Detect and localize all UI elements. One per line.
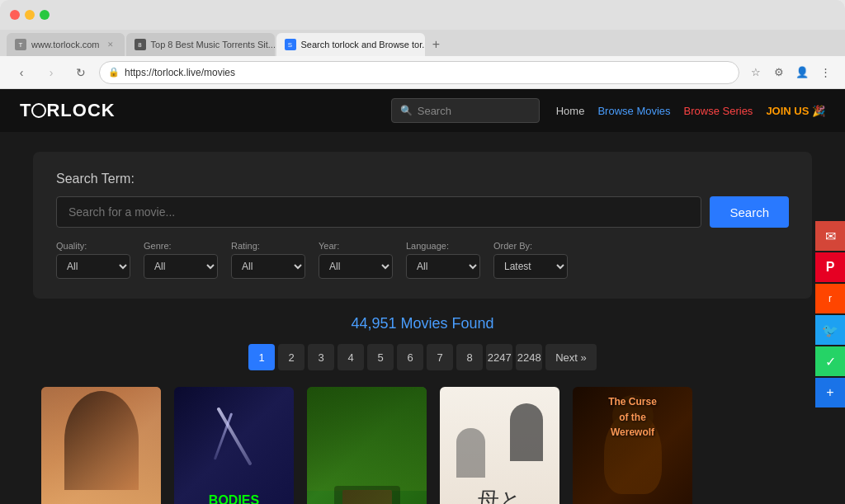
search-section: Search Term: Search Quality: All Genre:	[33, 152, 812, 299]
tabs-bar: T www.torlock.com ✕ 8 Top 8 Best Music T…	[0, 30, 845, 56]
header-search-icon: 🔍	[400, 105, 413, 116]
address-text: https://torlock.live/movies	[125, 67, 235, 78]
bookmark-icon[interactable]: ☆	[746, 63, 766, 82]
site-logo: TRLOCK	[20, 100, 116, 121]
movies-grid: After Ever Happy BODIESBODIESBODIES	[33, 387, 812, 504]
page-btn-5[interactable]: 5	[367, 344, 394, 370]
header-search-input[interactable]	[418, 105, 531, 117]
refresh-button[interactable]: ↻	[69, 61, 92, 84]
new-tab-button[interactable]: +	[427, 35, 446, 54]
profile-icon[interactable]: 👤	[792, 63, 812, 82]
language-filter-group: Language: All	[406, 241, 480, 279]
language-label: Language:	[406, 241, 480, 251]
forward-button[interactable]: ›	[40, 61, 63, 84]
browser-tab-0[interactable]: T www.torlock.com ✕	[7, 33, 125, 56]
movie-title-bodies: BODIESBODIESBODIES	[209, 492, 259, 504]
header-search-box[interactable]: 🔍	[391, 98, 540, 123]
tab-label-0: www.torlock.com	[31, 40, 100, 49]
share-more-button[interactable]: +	[815, 378, 845, 407]
page-btn-2[interactable]: 2	[278, 344, 304, 370]
search-button[interactable]: Search	[710, 196, 789, 228]
page-btn-1[interactable]: 1	[248, 344, 275, 370]
quality-filter-group: Quality: All	[56, 241, 130, 279]
share-sidebar: ✉ P r 🐦 ✓ +	[815, 221, 845, 407]
browser-window: T www.torlock.com ✕ 8 Top 8 Best Music T…	[0, 0, 845, 504]
more-share-icon: +	[826, 385, 833, 400]
share-reddit-button[interactable]: r	[815, 284, 845, 313]
quality-select[interactable]: All	[56, 254, 130, 279]
nav-bar: ‹ › ↻ 🔒 https://torlock.live/movies ☆ ⚙ …	[0, 56, 845, 89]
share-pinterest-button[interactable]: P	[815, 252, 845, 282]
site-content: TRLOCK 🔍 Home Browse Movies Browse Serie…	[0, 89, 845, 504]
traffic-lights	[10, 10, 50, 20]
logo-o	[31, 103, 46, 118]
genre-label: Genre:	[144, 241, 218, 251]
movie-card-bodies-bodies-bodies[interactable]: BODIESBODIESBODIES	[174, 387, 294, 504]
tab-favicon-2: S	[285, 39, 296, 50]
close-button[interactable]	[10, 10, 20, 20]
minimize-button[interactable]	[25, 10, 35, 20]
filters-row: Quality: All Genre: All Rating:	[56, 241, 789, 279]
share-twitter-button[interactable]: 🐦	[815, 315, 845, 345]
year-select[interactable]: All	[319, 254, 393, 279]
maximize-button[interactable]	[40, 10, 50, 20]
tab-label-2: Search torlock and Browse tor...	[301, 40, 425, 49]
movie-card-japanese[interactable]: 母と暮せば	[440, 387, 559, 504]
year-filter-group: Year: All	[319, 241, 393, 279]
order-by-select[interactable]: Latest	[493, 254, 568, 279]
rating-label: Rating:	[231, 241, 305, 251]
year-label: Year:	[319, 241, 393, 251]
language-select[interactable]: All	[406, 254, 480, 279]
menu-icon[interactable]: ⋮	[815, 63, 835, 82]
tab-favicon-0: T	[15, 39, 26, 50]
page-btn-8[interactable]: 8	[456, 344, 483, 370]
share-email-button[interactable]: ✉	[815, 221, 845, 251]
tab-favicon-1: 8	[135, 39, 146, 50]
next-page-button[interactable]: Next »	[545, 344, 597, 370]
nav-home-link[interactable]: Home	[556, 105, 585, 117]
browser-nav-icons: ☆ ⚙ 👤 ⋮	[746, 63, 835, 82]
order-by-label: Order By:	[493, 241, 568, 251]
search-row: Search	[56, 196, 789, 228]
tab-close-0[interactable]: ✕	[105, 39, 116, 50]
page-btn-7[interactable]: 7	[427, 344, 453, 370]
browser-tab-2[interactable]: S Search torlock and Browse tor... ✕	[276, 33, 425, 56]
movie-search-input[interactable]	[56, 196, 701, 228]
rating-filter-group: Rating: All	[231, 241, 305, 279]
back-button[interactable]: ‹	[10, 61, 33, 84]
movie-card-jumanji[interactable]: JUMANJI	[307, 387, 427, 504]
nav-browse-series-link[interactable]: Browse Series	[684, 105, 753, 117]
genre-filter-group: Genre: All	[144, 241, 218, 279]
email-icon: ✉	[825, 228, 836, 244]
whatsapp-icon: ✓	[825, 354, 836, 370]
lock-icon: 🔒	[108, 67, 120, 78]
reddit-icon: r	[828, 293, 832, 304]
order-by-filter-group: Order By: Latest	[493, 241, 568, 279]
site-header: TRLOCK 🔍 Home Browse Movies Browse Serie…	[0, 89, 845, 132]
page-btn-2248[interactable]: 2248	[516, 344, 542, 370]
rating-select[interactable]: All	[231, 254, 305, 279]
header-nav: Home Browse Movies Browse Series JOIN US…	[556, 105, 825, 117]
nav-browse-movies-link[interactable]: Browse Movies	[597, 105, 670, 117]
movie-title-werewolf: The Curseof theWerewolf	[608, 396, 657, 438]
twitter-icon: 🐦	[822, 323, 838, 338]
page-btn-4[interactable]: 4	[338, 344, 364, 370]
page-btn-6[interactable]: 6	[397, 344, 423, 370]
pinterest-icon: P	[826, 260, 835, 275]
movie-card-after-ever-happy[interactable]: After Ever Happy	[41, 387, 161, 504]
pagination: 1 2 3 4 5 6 7 8 2247 2248 Next »	[33, 344, 812, 370]
address-bar[interactable]: 🔒 https://torlock.live/movies	[99, 61, 739, 84]
main-content: Search Term: Search Quality: All Genre:	[0, 132, 845, 504]
browser-tab-1[interactable]: 8 Top 8 Best Music Torrents Sit... ✕	[126, 33, 275, 56]
page-btn-2247[interactable]: 2247	[486, 344, 512, 370]
quality-label: Quality:	[56, 241, 130, 251]
nav-join-us-link[interactable]: JOIN US 🎉	[766, 105, 825, 117]
title-bar	[0, 0, 845, 30]
movie-card-werewolf[interactable]: The Curseof theWerewolf	[573, 387, 692, 504]
results-count: 44,951 Movies Found	[33, 315, 812, 332]
movie-title-japanese: 母と暮せば	[467, 488, 533, 504]
genre-select[interactable]: All	[144, 254, 218, 279]
page-btn-3[interactable]: 3	[308, 344, 334, 370]
extensions-icon[interactable]: ⚙	[769, 63, 789, 82]
share-whatsapp-button[interactable]: ✓	[815, 346, 845, 376]
